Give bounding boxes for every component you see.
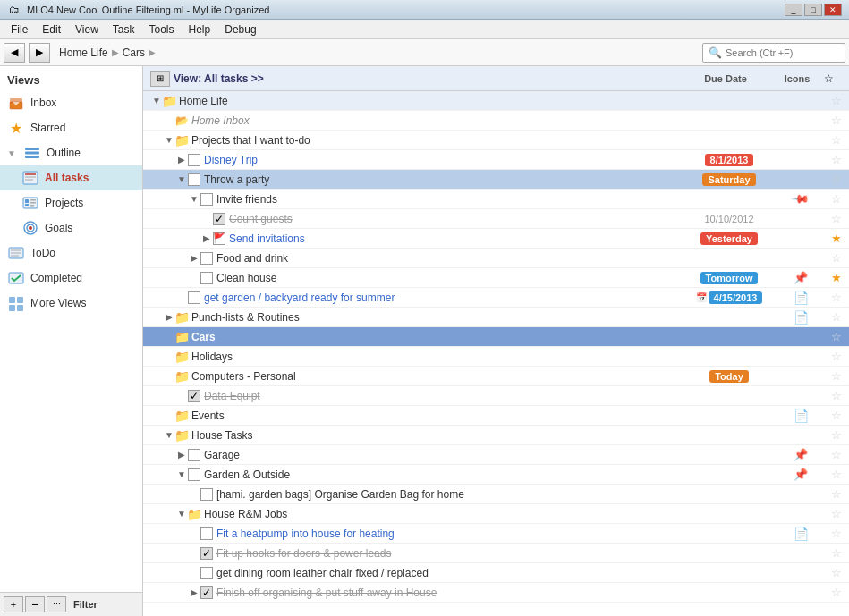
menu-help[interactable]: Help: [182, 21, 218, 38]
task-star[interactable]: ☆: [828, 192, 845, 206]
sidebar-item-completed[interactable]: Completed: [0, 266, 142, 291]
table-row[interactable]: ✓ Count guests 10/10/2012 ☆: [143, 209, 849, 229]
task-star[interactable]: ★: [828, 232, 845, 245]
sidebar-item-inbox[interactable]: Inbox: [0, 90, 142, 115]
sidebar-item-starred[interactable]: ★ Starred: [0, 115, 142, 140]
expand-icon[interactable]: [163, 114, 175, 127]
task-checkbox[interactable]: [188, 468, 200, 481]
task-star[interactable]: ☆: [828, 153, 845, 166]
table-row[interactable]: get dining room leather chair fixed / re…: [143, 563, 849, 583]
forward-button[interactable]: ▶: [29, 43, 50, 63]
task-star[interactable]: ☆: [828, 428, 845, 442]
table-row[interactable]: Fit a heatpump into house for heating 📄 …: [143, 524, 849, 544]
task-checkbox[interactable]: ✓: [188, 390, 200, 402]
table-row[interactable]: 📁 Cars ☆: [143, 327, 849, 347]
expand-icon[interactable]: ▼: [175, 173, 188, 186]
expand-icon[interactable]: [200, 213, 213, 225]
sidebar-item-projects[interactable]: Projects: [0, 190, 142, 215]
table-row[interactable]: ▶ 🚩 Send invitations Yesterday ★: [143, 229, 849, 249]
table-row[interactable]: 📁 Events 📄 ☆: [143, 406, 849, 426]
expand-icon[interactable]: ▼: [175, 468, 188, 481]
task-star[interactable]: ☆: [828, 586, 845, 599]
task-checkbox[interactable]: [200, 567, 213, 579]
task-checkbox[interactable]: ✓: [200, 586, 213, 599]
expand-icon[interactable]: ▶: [188, 586, 200, 599]
breadcrumb-home[interactable]: Home Life: [59, 46, 108, 59]
table-row[interactable]: 📂 Home Inbox ☆: [143, 111, 849, 131]
expand-icon[interactable]: [188, 272, 200, 284]
table-row[interactable]: ▼ 📁 House R&M Jobs ☆: [143, 504, 849, 524]
remove-view-button[interactable]: −: [25, 596, 45, 612]
task-checkbox[interactable]: [200, 488, 213, 501]
sidebar-item-outline[interactable]: ▼ Outline: [0, 140, 142, 165]
add-view-button[interactable]: +: [4, 596, 23, 612]
menu-edit[interactable]: Edit: [35, 21, 68, 38]
task-checkbox[interactable]: ✓: [200, 547, 213, 560]
task-star[interactable]: ☆: [828, 566, 845, 579]
table-row[interactable]: ▼ Invite friends 📌 ☆: [143, 190, 849, 209]
table-row[interactable]: ▼ 📁 House Tasks ☆: [143, 426, 849, 445]
task-star[interactable]: ☆: [828, 409, 845, 422]
table-row[interactable]: ▼ 📁 Home Life ☆: [143, 91, 849, 111]
table-row[interactable]: ▶ Food and drink ☆: [143, 249, 849, 268]
task-star[interactable]: ☆: [828, 468, 845, 481]
expand-icon[interactable]: [175, 291, 188, 304]
task-checkbox[interactable]: [200, 252, 213, 265]
table-row[interactable]: Clean house Tomorrow 📌 ★: [143, 268, 849, 288]
task-checkbox[interactable]: [200, 272, 213, 284]
table-row[interactable]: ▶ ✓ Finish off organising & put stuff aw…: [143, 583, 849, 603]
expand-icon[interactable]: [188, 567, 200, 579]
task-star[interactable]: ★: [828, 271, 845, 284]
task-star[interactable]: ☆: [828, 291, 845, 304]
task-star[interactable]: ☆: [828, 389, 845, 402]
table-row[interactable]: ▶ 📁 Punch-lists & Routines 📄 ☆: [143, 308, 849, 327]
table-row[interactable]: ▶ Disney Trip 8/1/2013 ☆: [143, 150, 849, 170]
task-checkbox[interactable]: [188, 291, 200, 304]
expand-icon[interactable]: ▼: [188, 193, 200, 206]
task-star[interactable]: ☆: [828, 251, 845, 265]
task-star[interactable]: ☆: [828, 212, 845, 225]
task-star[interactable]: ☆: [828, 369, 845, 383]
task-star[interactable]: ☆: [828, 448, 845, 461]
search-input[interactable]: [726, 47, 839, 58]
menu-tools[interactable]: Tools: [142, 21, 182, 38]
task-star[interactable]: ☆: [828, 114, 845, 127]
back-button[interactable]: ◀: [4, 43, 25, 63]
task-star[interactable]: ☆: [828, 527, 845, 540]
table-row[interactable]: 📁 Computers - Personal Today ☆: [143, 367, 849, 386]
view-toggle-button[interactable]: ⊞: [150, 71, 170, 87]
task-star[interactable]: ☆: [828, 546, 845, 560]
table-row[interactable]: ▶ Garage 📌 ☆: [143, 445, 849, 465]
expand-icon[interactable]: [188, 488, 200, 501]
task-checkbox[interactable]: [200, 193, 213, 206]
task-star[interactable]: ☆: [828, 133, 845, 147]
task-checkbox[interactable]: [188, 173, 200, 186]
task-star[interactable]: ☆: [828, 310, 845, 324]
task-star[interactable]: ☆: [828, 330, 845, 343]
expand-icon[interactable]: ▶: [175, 449, 188, 461]
breadcrumb-cars[interactable]: Cars: [123, 46, 145, 59]
settings-view-button[interactable]: ⋯: [47, 596, 66, 612]
sidebar-item-more-views[interactable]: More Views: [0, 291, 142, 316]
expand-icon[interactable]: [188, 527, 200, 540]
close-button[interactable]: ✕: [824, 4, 842, 16]
maximize-button[interactable]: □: [804, 4, 822, 16]
expand-icon[interactable]: ▶: [175, 154, 188, 166]
table-row[interactable]: ✓ Data Equipt ☆: [143, 386, 849, 406]
task-checkbox[interactable]: ✓: [213, 213, 225, 225]
task-star[interactable]: ☆: [828, 350, 845, 363]
expand-icon[interactable]: ▶: [188, 252, 200, 265]
expand-icon[interactable]: [188, 547, 200, 560]
menu-file[interactable]: File: [4, 21, 35, 38]
menu-debug[interactable]: Debug: [217, 21, 263, 38]
expand-icon[interactable]: ▶: [200, 232, 213, 245]
task-star[interactable]: ☆: [828, 507, 845, 520]
minimize-button[interactable]: _: [785, 4, 802, 16]
table-row[interactable]: [hami. garden bags] Organise Garden Bag …: [143, 485, 849, 504]
task-checkbox[interactable]: [188, 154, 200, 166]
search-box[interactable]: 🔍: [702, 43, 845, 63]
task-star[interactable]: ☆: [828, 94, 845, 107]
task-star[interactable]: ☆: [828, 173, 845, 186]
sidebar-item-all-tasks[interactable]: All tasks: [0, 165, 142, 190]
sidebar-item-goals[interactable]: Goals: [0, 215, 142, 240]
